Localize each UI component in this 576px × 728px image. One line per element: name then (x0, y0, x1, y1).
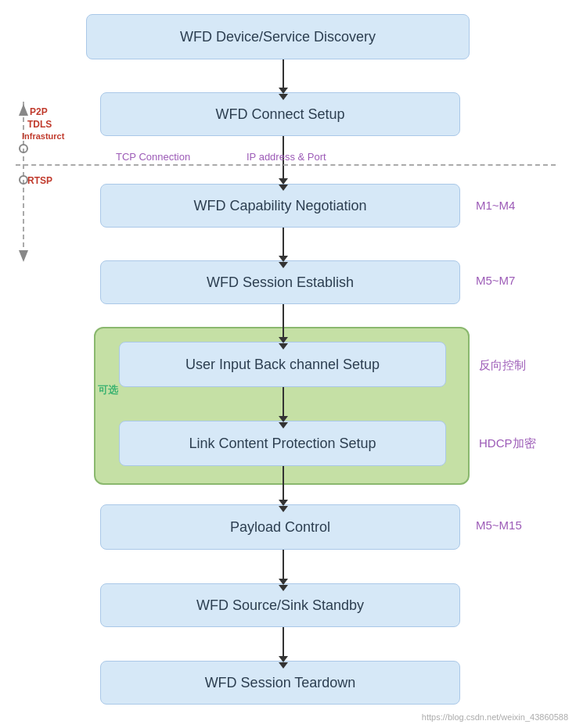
optional-label: 可选 (98, 383, 118, 397)
arrow-2 (279, 136, 288, 191)
arrow-7 (279, 550, 288, 591)
label-reverse-control: 反向控制 (479, 358, 526, 373)
label-m5m7: M5~M7 (476, 274, 515, 287)
svg-marker-1 (19, 250, 28, 262)
tcp-connection-label: TCP Connection (116, 151, 190, 163)
arrow-6 (279, 466, 288, 512)
label-p2p: P2P (30, 106, 48, 117)
arrow-8 (279, 627, 288, 669)
label-hdcp: HDCP加密 (479, 436, 536, 451)
arrow-4 (279, 304, 288, 350)
ip-address-label: IP address & Port (247, 151, 326, 163)
label-m1m4: M1~M4 (476, 199, 515, 212)
svg-marker-2 (19, 104, 28, 116)
label-rtsp: RTSP (27, 175, 52, 186)
diagram-container: 可选 WFD Device/Service Discovery WFD Conn… (0, 0, 576, 728)
label-m5m15: M5~M15 (476, 518, 522, 532)
watermark: https://blog.csdn.net/weixin_43860588 (422, 712, 568, 722)
dashed-line (16, 164, 556, 166)
arrow-1 (279, 59, 288, 100)
box-discovery: WFD Device/Service Discovery (86, 14, 470, 59)
label-infrasturct: Infrasturct (22, 131, 64, 141)
arrow-5 (279, 387, 288, 429)
arrow-3 (279, 228, 288, 268)
label-tdls: TDLS (27, 119, 52, 130)
